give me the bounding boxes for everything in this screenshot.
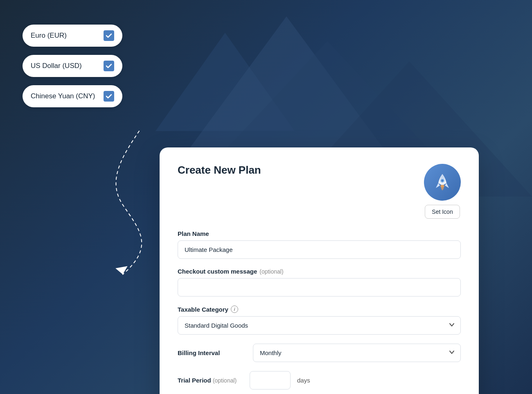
trial-period-optional: (optional) [213,377,237,384]
currency-label-eur: Euro (EUR) [31,32,67,40]
taxable-category-select[interactable]: Standard Digital Goods Software Services… [178,316,461,335]
currency-pill-eur[interactable]: Euro (EUR) [23,25,122,47]
currency-pills-container: Euro (EUR) US Dollar (USD) Chinese Yuan … [23,25,122,107]
currency-checkbox-usd[interactable] [104,61,114,71]
billing-interval-select[interactable]: Monthly Weekly Yearly One-time [253,344,461,362]
currency-label-usd: US Dollar (USD) [31,62,82,70]
taxable-category-select-wrapper: Standard Digital Goods Software Services… [178,316,461,335]
currency-checkbox-eur[interactable] [104,30,114,41]
svg-point-8 [442,180,444,182]
icon-area: Set Icon [424,164,461,219]
trial-days-label: days [297,377,310,384]
trial-period-input[interactable] [250,371,291,389]
taxable-category-label: Taxable Category i [178,306,461,313]
trial-period-row: Trial Period (optional) days [178,371,461,389]
plan-icon-preview [424,164,461,201]
billing-interval-label: Billing Interval [178,349,243,356]
currency-checkbox-cny[interactable] [104,91,114,102]
currency-label-cny: Chinese Yuan (CNY) [31,92,95,100]
billing-interval-row: Billing Interval Monthly Weekly Yearly O… [178,344,461,362]
checkout-message-optional: (optional) [259,268,283,275]
dotted-arrow [90,123,164,288]
currency-pill-usd[interactable]: US Dollar (USD) [23,55,122,77]
trial-period-label: Trial Period (optional) [178,377,243,384]
checkout-message-section: Checkout custom message (optional) [178,268,461,297]
checkout-message-label: Checkout custom message (optional) [178,268,461,275]
taxable-category-section: Taxable Category i Standard Digital Good… [178,306,461,335]
plan-name-label: Plan Name [178,230,461,237]
set-icon-button[interactable]: Set Icon [425,205,460,219]
plan-name-section: Plan Name [178,230,461,259]
modal-title: Create New Plan [178,164,261,177]
modal-header: Create New Plan [178,164,461,219]
billing-interval-select-wrapper: Monthly Weekly Yearly One-time [253,344,461,362]
currency-pill-cny[interactable]: Chinese Yuan (CNY) [23,85,122,107]
taxable-category-info-icon[interactable]: i [231,306,238,313]
plan-name-input[interactable] [178,240,461,259]
checkout-message-input[interactable] [178,278,461,297]
create-plan-modal: Create New Plan [160,147,479,394]
